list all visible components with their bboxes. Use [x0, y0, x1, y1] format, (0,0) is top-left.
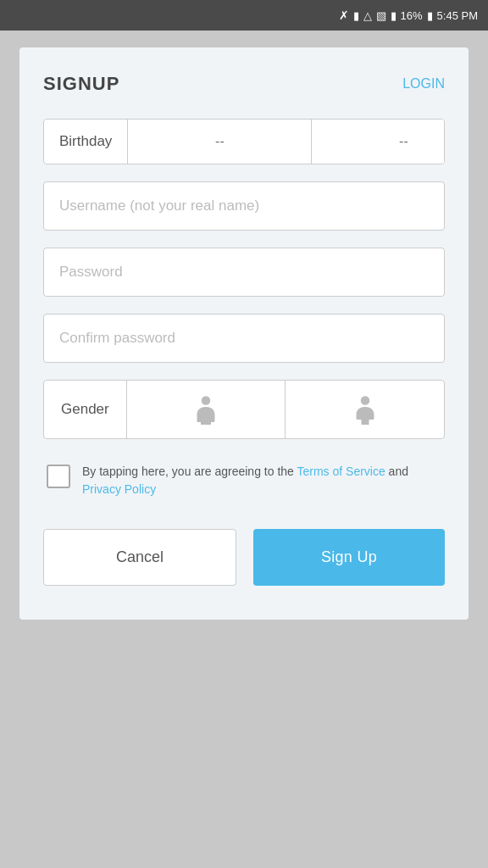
gender-female-option[interactable]: [286, 381, 444, 438]
alarm-icon: △: [363, 9, 372, 22]
battery-icon: ▮: [427, 9, 433, 22]
svg-point-0: [202, 396, 211, 405]
status-bar: ✗ ▮ △ ▧ ▮ 16% ▮ 5:45 PM: [0, 0, 488, 31]
gender-row: Gender: [43, 380, 445, 439]
terms-text: By tapping here, you are agreeing to the…: [82, 463, 441, 498]
mute-icon: ▮: [353, 9, 359, 22]
login-link[interactable]: LOGIN: [402, 76, 445, 92]
terms-of-service-link[interactable]: Terms of Service: [297, 465, 385, 478]
birthday-day-input[interactable]: [312, 120, 445, 164]
password-input[interactable]: [43, 248, 445, 297]
signal-icon: ▮: [391, 9, 396, 22]
cancel-button[interactable]: Cancel: [43, 529, 236, 586]
signup-button[interactable]: Sign Up: [253, 529, 445, 586]
terms-checkbox-row: By tapping here, you are agreeing to the…: [43, 463, 445, 498]
birthday-row: Birthday: [43, 119, 445, 164]
battery-text: 16%: [401, 9, 423, 22]
svg-point-1: [360, 396, 369, 405]
terms-text-before: By tapping here, you are agreeing to the: [82, 465, 297, 478]
time-text: 5:45 PM: [437, 9, 478, 22]
gender-label: Gender: [44, 381, 127, 438]
card-header: SIGNUP LOGIN: [43, 73, 445, 95]
terms-text-middle: and: [385, 465, 408, 478]
female-icon: [350, 394, 380, 425]
signup-card: SIGNUP LOGIN Birthday Gender: [19, 47, 469, 620]
bluetooth-icon: ✗: [339, 8, 349, 22]
status-icons: ✗ ▮ △ ▧ ▮ 16% ▮ 5:45 PM: [339, 8, 478, 22]
birthday-month-input[interactable]: [128, 120, 312, 164]
wifi-icon: ▧: [376, 9, 386, 22]
gender-male-option[interactable]: [127, 381, 286, 438]
male-icon: [191, 394, 221, 425]
terms-checkbox[interactable]: [47, 465, 70, 488]
page-title: SIGNUP: [43, 73, 119, 95]
confirm-password-input[interactable]: [43, 314, 445, 363]
privacy-policy-link[interactable]: Privacy Policy: [82, 482, 156, 496]
button-row: Cancel Sign Up: [43, 529, 445, 586]
username-input[interactable]: [43, 181, 445, 231]
birthday-label: Birthday: [44, 120, 128, 164]
